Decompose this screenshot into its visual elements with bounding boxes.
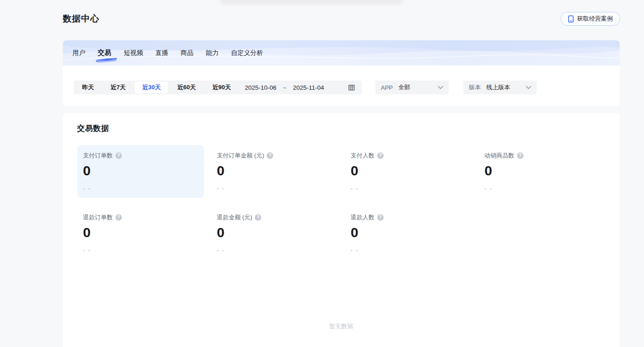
tab-capability[interactable]: 能力 [206, 47, 219, 59]
range-7d[interactable]: 近7天 [102, 81, 134, 94]
metric-label: 支付订单数 [83, 152, 113, 160]
metric-refund-amount[interactable]: 退款金额 (元) ? 0 - - [211, 207, 338, 260]
range-yesterday[interactable]: 昨天 [74, 81, 102, 94]
trade-data-card: 交易数据 支付订单数 ? 0 - - 支付订单金额 (元) ? 0 - - 支付… [63, 113, 620, 347]
tab-users[interactable]: 用户 [72, 47, 85, 59]
question-circle-icon[interactable]: ? [517, 152, 523, 159]
chevron-down-icon [438, 86, 443, 89]
question-circle-icon[interactable]: ? [377, 152, 384, 159]
metric-pay-user-count[interactable]: 支付人数 ? 0 - - [345, 145, 472, 198]
tab-trade-label: 交易 [98, 49, 111, 56]
metric-label-row: 退款人数 ? [351, 213, 466, 222]
metric-label: 动销商品数 [484, 152, 514, 160]
calendar-icon [348, 84, 355, 91]
range-90d[interactable]: 近90天 [204, 81, 239, 94]
metric-sub-value: - - [217, 247, 332, 254]
metric-value: 0 [351, 163, 466, 179]
app-select[interactable]: APP 全部 [375, 81, 449, 94]
metric-label-row: 退款金额 (元) ? [217, 213, 332, 222]
metric-label-row: 退款订单数 ? [83, 213, 198, 222]
date-range-picker[interactable]: 2025-10-06 ~ 2025-11-04 [238, 81, 362, 94]
active-tab-underline [95, 58, 117, 62]
question-circle-icon[interactable]: ? [267, 152, 273, 159]
date-range-segment: 昨天 近7天 近30天 近60天 近90天 [74, 81, 239, 94]
empty-state-text: 暂无数据 [63, 322, 620, 331]
metric-value: 0 [217, 163, 332, 179]
filter-bar: 昨天 近7天 近30天 近60天 近90天 2025-10-06 ~ 2025-… [63, 65, 620, 106]
metric-label: 退款订单数 [83, 213, 113, 222]
metric-label: 退款金额 (元) [217, 213, 252, 222]
question-circle-icon[interactable]: ? [255, 214, 261, 221]
metric-label-row: 支付订单金额 (元) ? [217, 152, 332, 160]
metric-sub-value: - - [351, 247, 466, 254]
tab-bar: 用户 交易 短视频 直播 商品 能力 自定义分析 [63, 40, 620, 65]
get-business-case-button[interactable]: 获取经营案例 [561, 12, 620, 26]
browser-artifact [220, 0, 403, 5]
get-business-case-label: 获取经营案例 [577, 15, 613, 23]
metric-value: 0 [83, 163, 198, 179]
tab-short-video[interactable]: 短视频 [124, 47, 143, 59]
metric-sub-value: - - [484, 185, 600, 192]
metric-active-goods-count[interactable]: 动销商品数 ? 0 - - [479, 145, 605, 198]
metric-sub-value: - - [217, 185, 332, 192]
metric-pay-order-amount[interactable]: 支付订单金额 (元) ? 0 - - [211, 145, 338, 198]
metric-label-row: 动销商品数 ? [484, 152, 600, 160]
range-30d[interactable]: 近30天 [135, 81, 168, 93]
metric-value: 0 [217, 225, 332, 240]
metric-label: 支付订单金额 (元) [217, 152, 264, 160]
version-select-label: 版本 [469, 83, 481, 92]
metric-sub-value: - - [83, 185, 198, 192]
phone-icon [568, 15, 574, 23]
tab-custom-analysis[interactable]: 自定义分析 [231, 47, 263, 59]
metric-label-row: 支付人数 ? [351, 152, 466, 160]
app-select-value: 全部 [398, 83, 410, 92]
section-title: 交易数据 [77, 123, 109, 134]
page-title: 数据中心 [63, 13, 99, 25]
metric-pay-order-count[interactable]: 支付订单数 ? 0 - - [77, 145, 204, 198]
tab-live[interactable]: 直播 [155, 47, 168, 59]
metric-value: 0 [484, 163, 600, 179]
date-start: 2025-10-06 [245, 84, 276, 91]
tab-goods[interactable]: 商品 [181, 47, 193, 59]
question-circle-icon[interactable]: ? [377, 214, 384, 221]
date-end: 2025-11-04 [293, 84, 324, 91]
tab-list: 用户 交易 短视频 直播 商品 能力 自定义分析 [63, 40, 620, 65]
chevron-down-icon [526, 86, 531, 89]
question-circle-icon[interactable]: ? [116, 152, 122, 159]
metric-label: 支付人数 [351, 152, 374, 160]
app-select-label: APP [381, 84, 393, 91]
metric-sub-value: - - [83, 247, 198, 254]
metric-refund-user-count[interactable]: 退款人数 ? 0 - - [345, 207, 472, 260]
metric-refund-order-count[interactable]: 退款订单数 ? 0 - - [77, 207, 204, 260]
metric-value: 0 [351, 225, 466, 240]
range-60d[interactable]: 近60天 [169, 81, 204, 94]
tab-trade[interactable]: 交易 [98, 47, 111, 59]
version-select[interactable]: 版本 线上版本 [463, 81, 537, 94]
metric-label: 退款人数 [351, 213, 374, 222]
version-select-value: 线上版本 [486, 83, 510, 92]
metric-sub-value: - - [351, 185, 466, 192]
question-circle-icon[interactable]: ? [116, 214, 122, 221]
metric-value: 0 [83, 225, 198, 240]
date-separator: ~ [283, 84, 286, 91]
metric-label-row: 支付订单数 ? [83, 152, 198, 160]
